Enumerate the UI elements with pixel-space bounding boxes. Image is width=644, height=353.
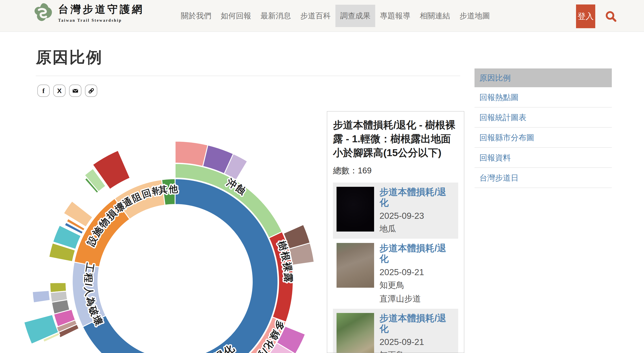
site-logo[interactable]: 台灣步道守護網 Taiwan Trail Stewardship: [33, 2, 144, 23]
report-list-item[interactable]: 步道本體損耗/退化 2025-09-21 知更鳥 直潭山步道: [333, 239, 458, 308]
report-list-item[interactable]: 步道本體損耗/退化 2025-09-21 知更鳥 直潭山步道: [333, 309, 458, 353]
share-buttons: f X: [37, 85, 97, 97]
selected-segment-title: 步道本體損耗/退化 - 樹根裸露 - 1.輕微：樹根露出地面小於腳踝高(15公分…: [333, 118, 458, 160]
selected-segment-total: 總數：169: [333, 165, 458, 176]
report-trail: 直潭山步道: [380, 293, 454, 304]
report-date: 2025-09-21: [380, 267, 454, 277]
site-title: 台灣步道守護網: [58, 3, 144, 16]
report-date: 2025-09-23: [380, 211, 454, 221]
report-list: 步道本體損耗/退化 2025-09-23 地瓜 步道本體損耗/退化 2025-0…: [333, 183, 458, 353]
main-nav: 關於我們 如何回報 最新消息 步道百科 調查成果 專題報導 相關連結 步道地圖: [176, 0, 495, 32]
nav-item-about[interactable]: 關於我們: [176, 5, 216, 27]
report-category-link[interactable]: 步道本體損耗/退化: [380, 313, 454, 334]
section-sidebar: 原因比例 回報熱點圖 回報統計圖表 回報縣市分布圖 回報資料 台灣步道日: [474, 69, 612, 188]
selected-segment-detail-panel: 步道本體損耗/退化 - 樹根裸露 - 1.輕微：樹根露出地面小於腳踝高(15公分…: [327, 111, 464, 353]
sidebar-item-report-heatmap[interactable]: 回報熱點圖: [474, 87, 612, 107]
trail-logo-icon: [33, 2, 54, 23]
report-list-item[interactable]: 步道本體損耗/退化 2025-09-23 地瓜: [333, 183, 458, 239]
sunburst-segment-human-sub-periwinkle-bar[interactable]: [32, 290, 50, 303]
link-share-icon[interactable]: [85, 85, 97, 97]
nav-item-how-to-report[interactable]: 如何回報: [216, 5, 256, 27]
report-reporter: 地瓜: [380, 223, 454, 234]
x-share-icon[interactable]: X: [53, 85, 66, 97]
nav-item-trail-map[interactable]: 步道地圖: [455, 5, 495, 27]
email-share-icon[interactable]: [69, 85, 82, 97]
nav-item-news[interactable]: 最新消息: [256, 5, 296, 27]
nav-item-survey-results[interactable]: 調查成果: [336, 5, 375, 27]
sidebar-item-taiwan-trail-day[interactable]: 台灣步道日: [474, 168, 612, 188]
nav-item-trail-wiki[interactable]: 步道百科: [296, 5, 336, 27]
sunburst-segment-human-sub-teal-big[interactable]: [24, 314, 58, 344]
sunburst-segment-erosion-sub-1[interactable]: [175, 141, 208, 166]
report-reporter: 知更鳥: [380, 280, 454, 291]
sidebar-item-county-distribution[interactable]: 回報縣市分布圖: [474, 128, 612, 148]
search-icon[interactable]: [605, 10, 617, 23]
cause-ratio-sunburst-chart[interactable]: 沖蝕樹根裸露多線化/捷徑步道本體損耗/退化工程/人為破壞設施物損壞通阻回報其他: [0, 125, 326, 353]
report-date: 2025-09-21: [380, 337, 454, 347]
site-subtitle: Taiwan Trail Stewardship: [58, 18, 144, 23]
report-thumbnail: [336, 243, 374, 288]
page-title: 原因比例: [36, 47, 103, 68]
top-navigation-bar: 台灣步道守護網 Taiwan Trail Stewardship 關於我們 如何…: [0, 0, 644, 32]
report-category-link[interactable]: 步道本體損耗/退化: [380, 243, 454, 264]
nav-item-features[interactable]: 專題報導: [375, 5, 415, 27]
nav-item-links[interactable]: 相關連結: [415, 5, 455, 27]
report-thumbnail: [336, 313, 374, 353]
report-thumbnail: [336, 187, 374, 231]
login-button[interactable]: 登入: [576, 5, 595, 28]
sidebar-item-cause-ratio[interactable]: 原因比例: [474, 69, 612, 87]
report-category-link[interactable]: 步道本體損耗/退化: [380, 187, 454, 208]
sidebar-item-report-data[interactable]: 回報資料: [474, 148, 612, 168]
facebook-share-icon[interactable]: f: [37, 85, 50, 97]
title-divider: [36, 76, 460, 76]
report-reporter: 知更鳥: [380, 349, 454, 353]
sidebar-item-report-statistics[interactable]: 回報統計圖表: [474, 107, 612, 128]
